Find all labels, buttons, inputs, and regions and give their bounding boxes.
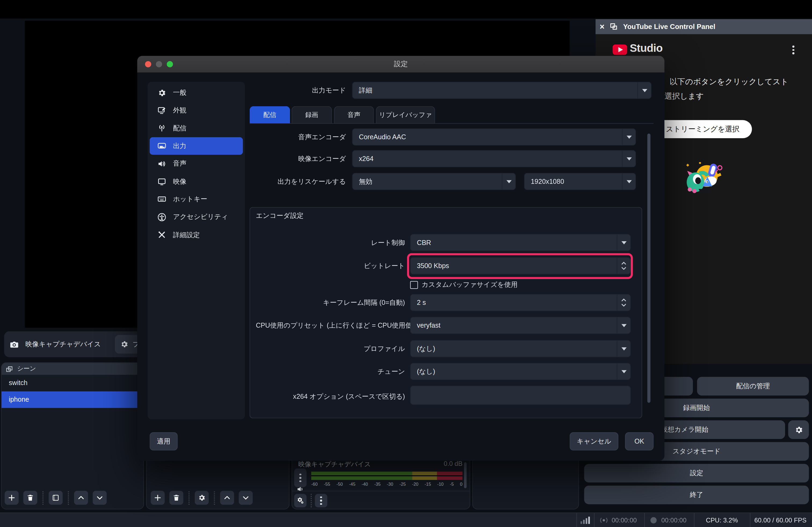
output-mode-dropdown[interactable]: 詳細	[352, 82, 651, 99]
live-icon	[599, 516, 608, 525]
sidebar-item-output[interactable]: 出力	[149, 137, 243, 155]
tab-label: 音声	[347, 111, 360, 120]
add-scene-button[interactable]	[4, 491, 18, 505]
custom-buffer-checkbox[interactable]	[410, 281, 418, 289]
chevron-up-icon	[77, 494, 85, 502]
menu-bar	[0, 0, 812, 18]
scene-item-switch[interactable]: switch	[2, 375, 143, 391]
fps-indicator: 60.00 / 60.00 FPS	[750, 513, 811, 527]
select-stream-button[interactable]: ストリーミングを選択	[654, 120, 752, 138]
settings-label: 設定	[690, 468, 703, 478]
sidebar-item-audio[interactable]: 音声	[149, 155, 243, 172]
manage-broadcast-button[interactable]: 配信の管理	[697, 377, 809, 395]
bitrate-spinbox[interactable]: 3500 Kbps	[410, 257, 631, 274]
keyframe-interval-spinbox[interactable]: 2 s	[410, 294, 631, 311]
profile-label: プロファイル	[256, 340, 405, 358]
scene-down-button[interactable]	[93, 491, 106, 505]
spinner-buttons[interactable]	[617, 295, 630, 311]
x264-options-input[interactable]	[410, 386, 631, 405]
tools-icon	[157, 230, 166, 239]
sidebar-item-accessibility[interactable]: アクセシビリティ	[149, 208, 243, 226]
spinner-buttons[interactable]	[617, 258, 630, 274]
sidebar-item-hotkeys[interactable]: ホットキー	[149, 191, 243, 208]
mixer-scrollbar[interactable]	[464, 462, 467, 488]
volume-meter	[311, 472, 462, 480]
tune-dropdown[interactable]: (なし)	[410, 363, 631, 380]
scene-item-iphone[interactable]: iphone	[2, 391, 143, 408]
chevron-down-icon	[617, 235, 630, 251]
scene-filters-button[interactable]	[48, 491, 62, 505]
close-icon[interactable]: ×	[599, 19, 605, 34]
sidebar-item-appearance[interactable]: 外観	[149, 102, 243, 119]
rate-control-dropdown[interactable]: CBR	[410, 234, 631, 251]
trash-icon	[26, 494, 34, 502]
remove-scene-button[interactable]	[23, 491, 37, 505]
cpu-preset-value: veryfast	[417, 321, 441, 329]
zoom-traffic-light[interactable]	[167, 61, 173, 67]
start-recording-label: 録画開始	[683, 403, 710, 413]
minimize-traffic-light[interactable]	[156, 61, 162, 67]
tab-replay-buffer[interactable]: リプレイバッファ	[376, 106, 435, 124]
profile-dropdown[interactable]: (なし)	[410, 340, 631, 358]
mixer-mute-button[interactable]	[295, 485, 306, 491]
rescale-resolution-dropdown[interactable]: 1920x1080	[524, 173, 636, 190]
exit-button[interactable]: 終了	[584, 486, 809, 504]
ok-button[interactable]: OK	[625, 432, 654, 451]
chevron-down-icon	[96, 494, 104, 502]
cancel-button[interactable]: キャンセル	[569, 432, 618, 451]
settings-sidebar: 一般 外観 配信 出力 音声 映像	[148, 82, 245, 419]
cpu-preset-dropdown[interactable]: veryfast	[410, 317, 631, 334]
gear-icon	[157, 88, 166, 97]
recording-time: 00:00:00	[661, 513, 686, 527]
gear-icon	[198, 494, 206, 502]
sidebar-item-stream[interactable]: 配信	[149, 119, 243, 137]
source-settings-button[interactable]	[195, 491, 209, 505]
virtual-camera-settings-button[interactable]	[788, 420, 809, 439]
chevron-down-icon	[617, 317, 630, 333]
remove-source-button[interactable]	[170, 491, 184, 505]
toolbar-separator	[42, 491, 44, 505]
scene-up-button[interactable]	[74, 491, 88, 505]
audio-encoder-dropdown[interactable]: CoreAudio AAC	[352, 128, 636, 146]
kebab-menu-icon[interactable]	[793, 46, 794, 54]
manage-broadcast-label: 配信の管理	[736, 381, 770, 391]
speaker-icon	[157, 160, 166, 168]
add-source-button[interactable]	[151, 491, 164, 505]
sidebar-item-video[interactable]: 映像	[149, 172, 243, 190]
filters-icon	[52, 494, 60, 502]
scrollbar-thumb[interactable]	[648, 134, 651, 403]
sidebar-item-general[interactable]: 一般	[149, 84, 243, 102]
dock-windows-icon	[610, 23, 618, 31]
rescale-resolution-value: 1920x1080	[531, 178, 564, 185]
settings-dialog: 設定 一般 外観 配信 出力	[137, 56, 664, 461]
mixer-toolbar-kebab-button[interactable]	[315, 494, 327, 508]
tab-stream[interactable]: 配信	[250, 106, 290, 124]
status-divider	[577, 513, 577, 527]
dock-message-line2: 選択します	[664, 91, 704, 102]
x264-options-label: x264 オプション (スペースで区切る)	[256, 387, 405, 406]
sidebar-item-advanced[interactable]: 詳細設定	[149, 226, 243, 244]
sidebar-label: 映像	[173, 177, 186, 186]
chevron-down-icon	[622, 129, 635, 145]
chevron-down-icon	[621, 303, 626, 307]
settings-button[interactable]: 設定	[584, 464, 809, 482]
tab-recording[interactable]: 録画	[292, 106, 332, 124]
scenes-panel: シーン switch iphone	[1, 362, 144, 510]
bitrate-value: 3500 Kbps	[417, 262, 449, 270]
settings-scrollbar[interactable]	[648, 128, 651, 419]
mixer-kebab-button[interactable]	[294, 468, 306, 487]
youtube-dock-title: YouTube Live Control Panel	[623, 23, 715, 31]
source-down-button[interactable]	[239, 491, 253, 505]
dialog-titlebar[interactable]: 設定	[137, 56, 664, 73]
advanced-audio-button[interactable]	[294, 494, 306, 508]
studio-brand: Studio	[630, 42, 663, 54]
rescale-mode-dropdown[interactable]: 無効	[352, 173, 516, 190]
accessibility-icon	[157, 212, 166, 221]
trash-icon	[172, 494, 180, 502]
gears-icon	[296, 496, 305, 505]
tab-audio[interactable]: 音声	[334, 106, 374, 124]
source-up-button[interactable]	[220, 491, 234, 505]
video-encoder-dropdown[interactable]: x264	[352, 150, 636, 167]
apply-button[interactable]: 適用	[149, 432, 177, 451]
close-traffic-light[interactable]	[145, 61, 151, 67]
